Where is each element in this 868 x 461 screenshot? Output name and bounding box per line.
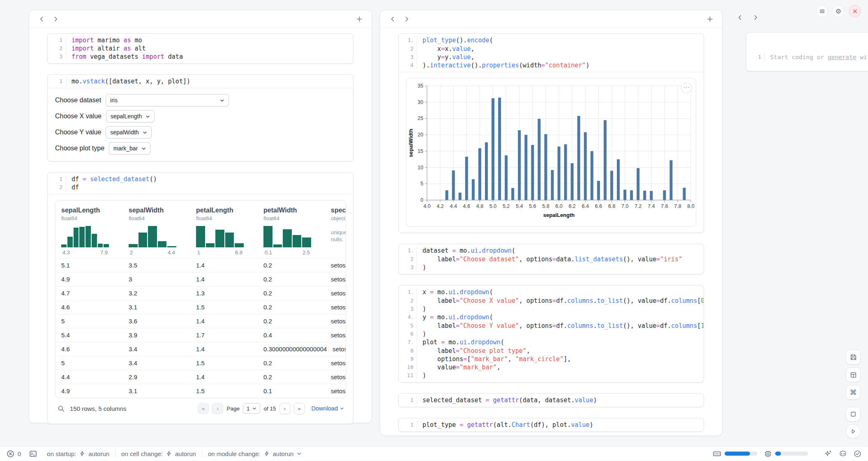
prev-page-button[interactable]: ‹ [212,403,223,414]
code-editor[interactable]: 1⌄dataset = mo.ui.dropdown(2 label="Choo… [399,244,704,274]
fold-chevron-icon[interactable]: ⌄ [411,339,413,347]
next-page-button[interactable]: › [279,403,291,414]
table-column-header[interactable]: speciesobjectuniquenulls: [325,201,346,258]
table-row[interactable]: 4.73.21.30.2setosa [55,286,346,300]
svg-text:6.8: 6.8 [608,203,615,209]
keyboard-shortcuts-button[interactable]: ⌘ [846,385,861,400]
generate-with-ai-link[interactable]: generate [828,54,856,60]
dataset-select[interactable]: iris [106,94,229,106]
table-column-header[interactable]: petalWidthfloat640.12.5 [258,201,325,258]
svg-text:5.2: 5.2 [503,203,510,209]
column-move-right-button[interactable] [401,13,412,25]
chevron-left-icon [39,16,45,22]
code-cell-dataframe[interactable]: 1df = selected_dataset()2df sepalLengthf… [47,172,353,424]
table-row[interactable]: 5.13.51.40.2setosa [55,258,346,272]
line-number: 5 [399,322,417,330]
add-cell-button[interactable] [704,13,716,25]
fold-chevron-icon[interactable]: ⌄ [411,37,413,45]
svg-text:5.4: 5.4 [516,203,523,209]
svg-text:4.8: 4.8 [476,203,483,209]
error-count: 0 [18,450,21,457]
table-row[interactable]: 4.93.11.50.1setosa [55,384,346,398]
ai-assistant-button[interactable] [824,450,832,458]
save-notebook-button[interactable] [846,350,861,364]
code-cell-selected-dataset[interactable]: 1selected_dataset = getattr(data, datase… [398,393,704,407]
y-value-select[interactable]: sepalWidth [106,126,151,138]
line-number: 8 [399,347,417,355]
x-value-select[interactable]: sepalLength [106,110,155,122]
table-row[interactable]: 4.42.91.40.2setosa [55,370,346,384]
code-cell-xy-plot-dropdowns[interactable]: 1⌄x = mo.ui.dropdown(2 label="Choose X v… [398,285,704,383]
copilot-status-button[interactable] [839,449,847,458]
svg-text:7.8: 7.8 [674,203,681,209]
table-row[interactable]: 4.931.40.2setosa [55,272,346,286]
code-cell-plot-type[interactable]: 1plot_type = getattr(alt.Chart(df), plot… [398,418,704,432]
line-number: 3 [399,305,417,313]
svg-text:30: 30 [418,99,423,105]
code-editor[interactable]: 1⌄x = mo.ui.dropdown(2 label="Choose X v… [399,286,704,382]
plot-type-select[interactable]: mark_bar [109,142,150,154]
fold-chevron-icon[interactable]: ⌄ [411,313,413,322]
cpu-usage[interactable] [764,450,808,458]
save-icon [850,354,857,361]
memory-usage[interactable] [713,449,757,458]
code-cell-dataset-dropdown[interactable]: 1⌄dataset = mo.ui.dropdown(2 label="Choo… [398,244,704,274]
search-icon[interactable] [58,405,65,412]
table-column-header[interactable]: petalLengthfloat6416.9 [190,201,258,258]
column-move-right-button[interactable] [750,12,761,23]
empty-code-cell[interactable]: 1 Start coding or generate with AI [746,32,868,71]
download-button[interactable]: Download [312,405,344,412]
code-editor[interactable]: 1 Start coding or generate with AI [746,32,868,71]
code-editor[interactable]: 1df = selected_dataset()2df [48,173,353,194]
page-select[interactable]: 1 [243,403,261,414]
chart-actions-button[interactable]: ⋯ [681,83,692,93]
layout-toggle-button[interactable] [846,367,861,382]
column-move-left-button[interactable] [387,13,398,25]
code-cell-vstack[interactable]: 1mo.vstack([dataset, x, y, plot]) Choose… [47,74,353,161]
add-cell-button[interactable] [353,13,365,25]
svg-text:sepalWidth: sepalWidth [408,129,414,157]
table-column-header[interactable]: sepalLengthfloat644.37.9 [55,201,123,258]
on-startup-setting[interactable]: on startup: autorun [47,450,109,457]
column-move-left-button[interactable] [734,12,746,23]
table-row[interactable]: 4.63.11.50.2setosa [55,300,346,314]
table-column-header[interactable]: sepalWidthfloat6424.4 [123,201,190,258]
fold-chevron-icon[interactable]: ⌄ [411,288,413,297]
code-editor[interactable]: 1import marimo as mo2import altair as al… [48,34,353,63]
last-page-button[interactable]: » [294,403,305,414]
line-number: 9 [399,355,417,363]
table-row[interactable]: 4.63.41.40.30000000000000004setosa [55,342,346,356]
first-page-button[interactable]: « [198,403,209,414]
column-move-left-button[interactable] [36,13,47,25]
bar-chart[interactable]: 051015202530354.04.24.44.64.85.05.25.45.… [407,82,695,224]
chevron-left-icon [390,16,396,22]
table-row[interactable]: 53.41.50.2setosa [55,356,346,370]
close-app-button[interactable] [849,5,861,17]
table-row[interactable]: 5.43.91.70.4setosa [55,328,346,342]
svg-text:35: 35 [418,83,423,89]
terminal-button[interactable] [29,450,37,458]
scratchpad-button[interactable] [846,407,861,422]
code-editor[interactable]: 1⌄plot_type().encode(2 x=x.value,3 y=y.v… [399,34,704,72]
on-cell-change-setting[interactable]: on cell change: autorun [121,450,196,457]
notebook-menu-button[interactable] [816,5,828,17]
on-module-change-setting[interactable]: on module change: autorun [208,450,302,457]
svg-text:7.2: 7.2 [635,203,642,209]
column-move-right-button[interactable] [50,13,61,25]
svg-text:7.6: 7.6 [661,203,668,209]
connection-status-button[interactable] [854,450,861,458]
settings-button[interactable]: ⚙ [832,5,845,17]
column-histogram [263,226,312,247]
table-row[interactable]: 53.61.40.2setosa [55,314,346,328]
error-indicator[interactable]: 0 [7,450,21,458]
memory-progress-track [725,452,757,456]
run-all-button[interactable] [846,424,861,439]
code-editor[interactable]: 1mo.vstack([dataset, x, y, plot]) [48,75,353,88]
page-count-label: of 15 [263,406,276,412]
fold-chevron-icon[interactable]: ⌄ [411,247,413,255]
svg-text:4.0: 4.0 [423,203,430,209]
code-cell-imports[interactable]: 1import marimo as mo2import altair as al… [47,33,353,64]
code-editor[interactable]: 1selected_dataset = getattr(data, datase… [399,394,704,407]
code-editor[interactable]: 1plot_type = getattr(alt.Chart(df), plot… [399,418,704,431]
code-cell-plot[interactable]: 1⌄plot_type().encode(2 x=x.value,3 y=y.v… [398,33,704,233]
